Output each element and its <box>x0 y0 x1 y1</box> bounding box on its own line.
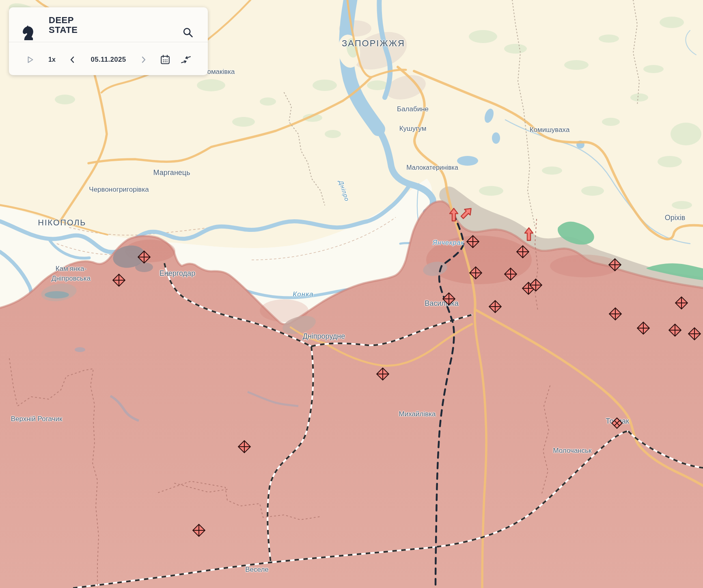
combat-marker[interactable] <box>517 246 529 258</box>
combat-marker[interactable] <box>609 308 621 320</box>
calendar-icon[interactable] <box>160 55 170 65</box>
jump-to-latest-icon[interactable] <box>181 55 191 65</box>
combat-marker[interactable] <box>467 236 479 248</box>
deepstate-logo-icon <box>21 22 36 43</box>
combat-marker[interactable] <box>193 524 205 536</box>
combat-marker[interactable] <box>609 259 621 271</box>
combat-marker[interactable] <box>669 324 681 336</box>
combat-marker[interactable] <box>505 268 517 280</box>
markers-layer <box>113 236 701 536</box>
combat-marker[interactable] <box>238 441 250 453</box>
combat-marker[interactable] <box>470 267 482 279</box>
brand-line2: STATE <box>49 25 78 35</box>
card-divider <box>9 42 208 42</box>
play-icon[interactable] <box>27 56 34 63</box>
combat-marker[interactable] <box>113 274 125 286</box>
combat-marker[interactable] <box>489 300 501 313</box>
arrows-layer <box>450 205 533 240</box>
combat-marker[interactable] <box>637 322 649 334</box>
advance-arrow <box>525 228 533 240</box>
combat-marker[interactable] <box>377 368 389 380</box>
combat-marker[interactable] <box>443 293 455 305</box>
combat-marker[interactable] <box>688 328 701 340</box>
advance-arrow <box>450 208 458 221</box>
search-icon[interactable] <box>182 27 194 38</box>
map-canvas[interactable]: ЗАПОРІЖЖЯБалабинеКушугумМалокатеринівкаК… <box>0 0 703 588</box>
date-display[interactable]: 05.11.2025 <box>91 56 126 64</box>
markers-overlay <box>0 0 703 588</box>
prev-day-icon[interactable] <box>69 56 75 63</box>
combat-marker[interactable] <box>612 418 622 428</box>
combat-marker[interactable] <box>138 251 150 263</box>
next-day-icon[interactable] <box>141 56 147 63</box>
speed-button[interactable]: 1x <box>48 56 56 63</box>
brand-wordmark: DEEP STATE <box>49 15 78 35</box>
control-panel: DEEP STATE 1x 05.11.2025 <box>9 7 208 75</box>
advance-arrow <box>459 205 474 220</box>
brand-line1: DEEP <box>49 15 78 25</box>
combat-marker[interactable] <box>675 297 688 309</box>
